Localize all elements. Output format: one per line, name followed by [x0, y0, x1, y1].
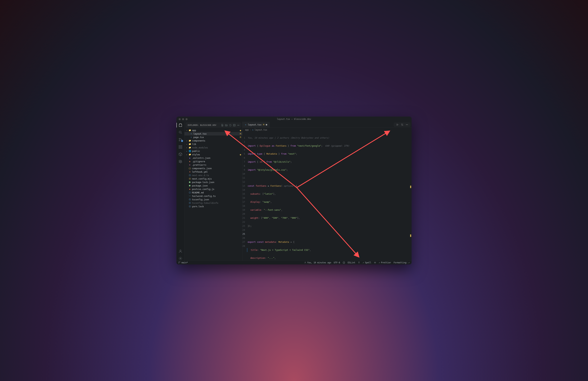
file-lefthook[interactable]: ⋔lefthook.yml: [185, 170, 242, 174]
editor-actions: [394, 122, 410, 127]
settings-activity-icon[interactable]: [178, 257, 182, 261]
code-content[interactable]: You, 10 minutes ago | 2 authors (Dmitry …: [247, 132, 412, 261]
file-nextenv[interactable]: ⓣnext-env.d.ts: [185, 174, 242, 177]
status-prettier[interactable]: ✓Prettier: [379, 261, 391, 264]
json-file-icon: ⬢: [189, 181, 191, 183]
folder-icon: 📁: [189, 140, 191, 142]
svg-point-0: [179, 131, 181, 133]
crumb-folder[interactable]: app: [245, 129, 249, 131]
person-icon: [304, 261, 306, 264]
react-file-icon: ⚛: [190, 136, 192, 139]
file-prettierrc[interactable]: ≡.prettierrc: [185, 163, 242, 167]
file-page-tsx[interactable]: ⚛page.tsxM: [185, 136, 242, 139]
json-file-icon: ⬢: [189, 184, 191, 187]
folder-lib[interactable]: ▸📁lib: [185, 142, 242, 146]
status-bar: main* You, 10 minutes ago UTF-8 {} ESLin…: [176, 261, 412, 264]
overview-ruler[interactable]: [410, 139, 411, 255]
file-components-json[interactable]: {}components.json: [185, 167, 242, 170]
status-copilot[interactable]: [374, 261, 376, 264]
status-braces[interactable]: {}: [343, 261, 345, 264]
svg-point-15: [407, 124, 407, 125]
file-tsbuildinfo[interactable]: ⓣtsconfig.tsbuildinfo: [185, 201, 242, 205]
collapse-icon[interactable]: [233, 124, 236, 127]
explorer-title: EXPLORER: BLESSCODE.DEV: [188, 124, 220, 126]
scm-badge: 3: [181, 140, 183, 142]
status-formatting[interactable]: Formatting: ✓: [394, 261, 410, 264]
yarn-file-icon: ⓨ: [189, 205, 191, 208]
titlebar[interactable]: layout.tsx — blesscode.dev: [176, 117, 412, 122]
folder-components[interactable]: ▸📁components: [185, 139, 242, 142]
ts-file-icon: ⓣ: [189, 198, 191, 201]
branch-icon: [178, 261, 181, 264]
new-file-icon[interactable]: [221, 124, 224, 127]
traffic-lights[interactable]: [179, 118, 188, 120]
svg-point-16: [407, 124, 408, 125]
yml-file-icon: ⋔: [189, 171, 191, 173]
file-yarnlock[interactable]: ⓨyarn.lock: [185, 205, 242, 208]
folder-styles[interactable]: ▸📁styles●: [185, 153, 242, 156]
file-nextconfig[interactable]: Ⓝnext.config.mjs: [185, 177, 242, 180]
svg-point-8: [180, 250, 181, 251]
chat-activity-icon[interactable]: [178, 160, 182, 163]
file-gitignore[interactable]: ◆.gitignore: [185, 160, 242, 163]
tab-modified-label: M: [263, 123, 264, 126]
file-pkg[interactable]: ⬢package.json: [185, 184, 242, 187]
file-tree[interactable]: ▾📁app● ⚛layout.tsxM ⚛page.tsxM ▸📁compone…: [185, 128, 242, 261]
editor-group: ⚛ layout.tsx M app › ⚛ layout.tsx: [242, 122, 412, 261]
close-traffic-icon[interactable]: [179, 118, 181, 120]
check-icon: ✓: [379, 261, 380, 264]
file-readme[interactable]: ⓘREADME.md: [185, 191, 242, 194]
svg-rect-7: [181, 147, 182, 148]
extensions-activity-icon[interactable]: [178, 145, 182, 149]
split-diff-icon[interactable]: [401, 123, 403, 126]
new-folder-icon[interactable]: [225, 124, 228, 127]
scm-activity-icon[interactable]: 3: [178, 138, 182, 142]
run-icon[interactable]: [396, 123, 399, 126]
ts-file-icon: ⓣ: [189, 202, 191, 204]
vscode-window: layout.tsx — blesscode.dev 3: [176, 117, 412, 264]
file-postcss[interactable]: ◉postcss.config.js: [185, 187, 242, 191]
status-a11y[interactable]: [358, 261, 360, 264]
svg-point-14: [406, 124, 406, 125]
svg-point-1: [179, 138, 180, 139]
file-pkglock[interactable]: ⬢package-lock.json: [185, 180, 242, 184]
svg-rect-5: [181, 145, 182, 147]
breadcrumbs[interactable]: app › ⚛ layout.tsx: [242, 128, 412, 132]
file-tsconfig[interactable]: ⓣtsconfig.json: [185, 198, 242, 201]
check-icon: ✓: [408, 261, 410, 264]
search-activity-icon[interactable]: [178, 130, 182, 134]
status-blame[interactable]: You, 10 minutes ago: [304, 261, 331, 264]
refresh-icon[interactable]: [229, 124, 232, 127]
window-title: layout.tsx — blesscode.dev: [176, 118, 412, 120]
more-actions-icon[interactable]: [405, 123, 408, 126]
code-editor[interactable]: 1234567891011121314151617181920212223242…: [242, 132, 412, 261]
packages-activity-icon[interactable]: [178, 152, 182, 156]
crumb-file[interactable]: layout.tsx: [255, 129, 267, 131]
status-spell[interactable]: ✓Spell: [363, 261, 371, 264]
file-layout-tsx[interactable]: ⚛layout.tsxM: [185, 132, 242, 136]
svg-point-23: [375, 262, 375, 263]
tab-layout-tsx[interactable]: ⚛ layout.tsx M: [242, 122, 270, 128]
activity-bar: 3: [176, 122, 185, 261]
status-encoding[interactable]: UTF-8: [334, 261, 340, 264]
account-activity-icon[interactable]: [178, 249, 182, 253]
file-eslintrc[interactable]: ◉.eslintrc.json: [185, 156, 242, 160]
json-file-icon: {}: [189, 167, 191, 170]
line-gutter: 1234567891011121314151617181920212223242…: [242, 132, 247, 261]
status-eslint[interactable]: ESLint: [348, 261, 356, 264]
folder-app[interactable]: ▾📁app●: [185, 129, 242, 132]
zoom-traffic-icon[interactable]: [186, 118, 188, 120]
more-icon[interactable]: [237, 124, 240, 127]
folder-node-modules[interactable]: ▸📁node_modules: [185, 146, 242, 149]
svg-rect-22: [374, 262, 376, 263]
svg-point-11: [237, 125, 238, 125]
folder-icon: 📁: [189, 143, 191, 145]
folder-public[interactable]: ▸🌐public: [185, 149, 242, 153]
status-branch[interactable]: main*: [178, 261, 188, 264]
file-tailwind[interactable]: 〰tailwind.config.ts: [185, 194, 242, 198]
minimize-traffic-icon[interactable]: [182, 118, 184, 120]
explorer-activity-icon[interactable]: [178, 123, 182, 127]
svg-rect-6: [179, 147, 180, 148]
folder-icon: 📁: [189, 146, 191, 149]
svg-point-12: [238, 125, 238, 125]
